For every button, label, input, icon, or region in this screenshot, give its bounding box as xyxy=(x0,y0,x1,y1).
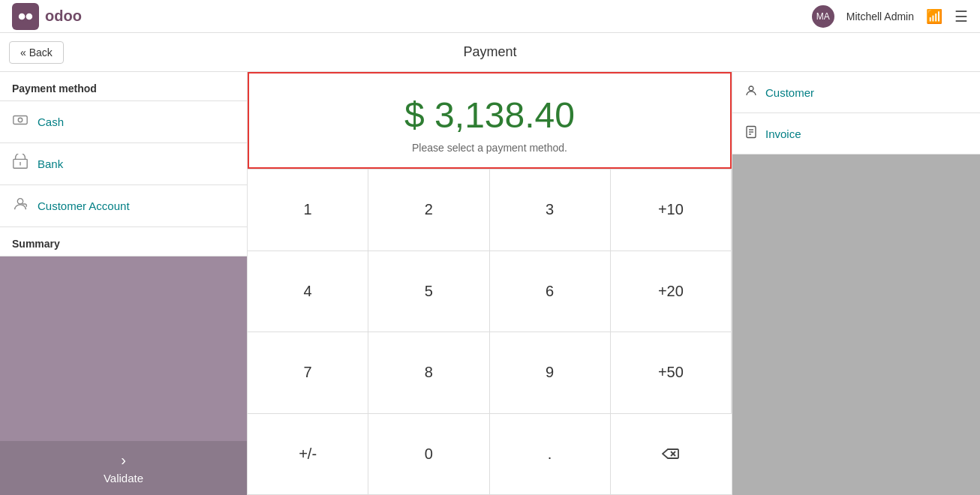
customer-account-label: Customer Account xyxy=(38,200,130,212)
bank-icon xyxy=(12,154,29,174)
numpad-key-plus10[interactable]: +10 xyxy=(611,170,732,251)
page-title: Payment xyxy=(463,44,516,60)
navbar-left: odoo xyxy=(12,3,82,30)
user-name: Mitchell Admin xyxy=(846,10,914,22)
payment-method-customer-account[interactable]: Customer Account xyxy=(0,185,247,227)
main-layout: Payment method Cash Bank xyxy=(0,72,980,495)
center-payment-area: $ 3,138.40 Please select a payment metho… xyxy=(248,72,732,495)
numpad-key-7[interactable]: 7 xyxy=(248,332,368,414)
payment-method-title: Payment method xyxy=(0,72,247,101)
validate-arrow-icon: › xyxy=(121,452,126,469)
numpad: 123+10456+20789+50+/-0. xyxy=(248,169,732,495)
customer-icon xyxy=(744,84,758,100)
numpad-key-5[interactable]: 5 xyxy=(368,251,489,333)
odoo-logo-text: odoo xyxy=(45,8,82,25)
svg-point-0 xyxy=(19,13,26,20)
numpad-key-plus20[interactable]: +20 xyxy=(611,251,732,333)
svg-point-6 xyxy=(17,199,23,204)
numpad-key-0[interactable]: 0 xyxy=(368,414,489,496)
payment-method-cash[interactable]: Cash xyxy=(0,101,247,143)
left-sidebar: Payment method Cash Bank xyxy=(0,72,248,495)
numpad-key-plus50[interactable]: +50 xyxy=(611,332,732,414)
numpad-key-6[interactable]: 6 xyxy=(490,251,611,333)
payment-hint: Please select a payment method. xyxy=(412,142,567,154)
right-body xyxy=(732,154,980,495)
invoice-icon xyxy=(744,125,758,142)
menu-icon[interactable]: ☰ xyxy=(954,8,968,26)
svg-point-9 xyxy=(749,86,753,91)
cash-label: Cash xyxy=(38,116,64,128)
numpad-key-.[interactable]: . xyxy=(490,414,611,496)
customer-item[interactable]: Customer xyxy=(732,72,980,113)
navbar: odoo MA Mitchell Admin 📶 ☰ xyxy=(0,0,980,33)
payment-amount: $ 3,138.40 xyxy=(404,94,575,136)
summary-title: Summary xyxy=(0,227,247,256)
navbar-right: MA Mitchell Admin 📶 ☰ xyxy=(812,5,968,28)
payment-display: $ 3,138.40 Please select a payment metho… xyxy=(248,72,732,169)
invoice-label: Invoice xyxy=(765,128,801,140)
subheader: « Back Payment xyxy=(0,33,980,72)
numpad-key-1[interactable]: 1 xyxy=(248,170,368,251)
numpad-key-8[interactable]: 8 xyxy=(368,332,489,414)
payment-method-bank[interactable]: Bank xyxy=(0,143,247,185)
svg-rect-2 xyxy=(14,116,27,124)
numpad-key-9[interactable]: 9 xyxy=(490,332,611,414)
user-avatar: MA xyxy=(812,5,834,28)
invoice-item[interactable]: Invoice xyxy=(732,113,980,154)
right-sidebar: Customer Invoice xyxy=(732,72,980,495)
validate-button[interactable]: › Validate xyxy=(0,441,247,495)
cash-icon xyxy=(12,112,29,132)
odoo-logo-icon xyxy=(12,3,39,30)
svg-point-1 xyxy=(26,13,33,20)
numpad-key-plusslash-[interactable]: +/- xyxy=(248,414,368,496)
odoo-logo: odoo xyxy=(12,3,82,30)
wifi-icon: 📶 xyxy=(926,8,942,25)
validate-label: Validate xyxy=(104,472,143,484)
svg-point-3 xyxy=(18,118,23,122)
numpad-key-2[interactable]: 2 xyxy=(368,170,489,251)
numpad-key-4[interactable]: 4 xyxy=(248,251,368,333)
summary-body xyxy=(0,256,247,441)
bank-label: Bank xyxy=(38,158,63,170)
back-button[interactable]: « Back xyxy=(9,41,64,64)
customer-account-icon xyxy=(12,196,29,216)
numpad-key-⌫[interactable] xyxy=(611,414,732,496)
numpad-key-3[interactable]: 3 xyxy=(490,170,611,251)
customer-label: Customer xyxy=(765,86,814,99)
